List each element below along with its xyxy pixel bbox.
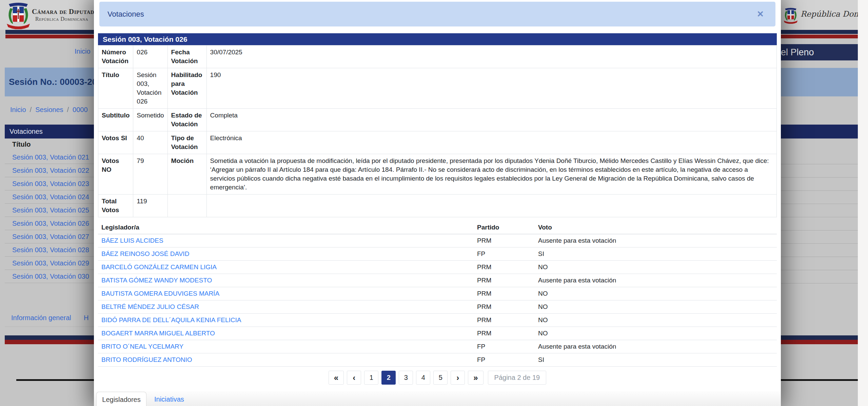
- sidebar-item-label[interactable]: Sesión 003, Votación 028: [12, 246, 89, 254]
- party-value: PRM: [477, 290, 538, 297]
- table-row: BELTRÉ MÉNDEZ JULIO CÉSAR PRM NO: [98, 300, 777, 314]
- legislator-link[interactable]: BARCELÓ GONZÁLEZ CARMEN LIGIA: [101, 263, 477, 271]
- legislator-link[interactable]: BRITO O´NEAL YCELMARY: [101, 343, 477, 350]
- sidebar-item-label[interactable]: Sesión 003, Votación 023: [12, 180, 89, 188]
- legislator-link[interactable]: BOGAERT MARRA MIGUEL ALBERTO: [101, 330, 477, 337]
- legislator-link[interactable]: BATISTA GÓMEZ WANDY MODESTO: [101, 277, 477, 284]
- breadcrumb-session-id[interactable]: 0000: [73, 106, 88, 114]
- sidebar-item-label[interactable]: Sesión 003, Votación 030: [12, 273, 89, 280]
- decor-stripe-navy-right: [781, 30, 858, 34]
- tab-iniciativas[interactable]: Iniciativas: [154, 395, 184, 403]
- table-row-line: [781, 243, 858, 244]
- table-row: BRITO RODRÍGUEZ ANTONIO FP SI: [98, 353, 777, 367]
- table-row: Total Votos 119: [98, 195, 777, 217]
- table-row-line: [781, 204, 858, 204]
- titulo-column-header: Título: [12, 141, 31, 148]
- pagination-page-4[interactable]: 4: [416, 371, 430, 385]
- breadcrumb-sesiones[interactable]: Sesiones: [35, 106, 63, 114]
- legislator-link[interactable]: BÁEZ REINOSO JOSÉ DAVID: [101, 250, 477, 258]
- pagination-status: Página 2 de 19: [488, 371, 547, 385]
- close-icon[interactable]: ✕: [757, 10, 764, 18]
- party-value: PRM: [477, 277, 538, 284]
- brand-subtitle: República Dominicana: [32, 16, 94, 22]
- detail-value-mocion: Sometida a votación la propuesta de modi…: [206, 154, 776, 195]
- sidebar-item-votacion-028[interactable]: Sesión 003, Votación 028: [5, 243, 94, 257]
- sidebar-item-label[interactable]: Sesión 003, Votación 029: [12, 259, 89, 267]
- pagination-prev-button[interactable]: ‹: [347, 371, 361, 385]
- backdrop-right: República Dominicana el Pleno: [781, 0, 858, 406]
- legislators-table: Legislador/a Partido Voto BÁEZ LUIS ALCI…: [98, 222, 777, 367]
- breadcrumb: Inicio / Sesiones / 0000: [10, 106, 94, 114]
- pleno-title-bar: el Pleno: [781, 44, 858, 60]
- breadcrumb-inicio[interactable]: Inicio: [10, 106, 26, 114]
- pleno-title-text: el Pleno: [781, 47, 814, 58]
- footer-stripe-navy: [5, 335, 94, 340]
- pagination-page-2-active[interactable]: 2: [381, 371, 396, 385]
- table-row-line: [781, 230, 858, 230]
- sidebar-item-votacion-025[interactable]: Sesión 003, Votación 025: [5, 204, 94, 217]
- vote-value: Ausente para esta votación: [538, 343, 777, 350]
- sidebar-item-label[interactable]: Sesión 003, Votación 024: [12, 193, 89, 201]
- detail-label: Total Votos: [98, 195, 133, 217]
- table-row: Votos NO 79 Moción Sometida a votación l…: [98, 154, 777, 195]
- legislator-link[interactable]: BIDÓ PARRA DE DELL´AQUILA KENIA FELICIA: [101, 316, 477, 324]
- detail-label: Título: [98, 68, 133, 109]
- votaciones-modal: Votaciones ✕ Sesión 003, Votación 026 Nú…: [94, 0, 781, 406]
- legislator-link[interactable]: BRITO RODRÍGUEZ ANTONIO: [101, 356, 477, 364]
- detail-value: 30/07/2025: [206, 45, 776, 68]
- sidebar-item-votacion-029[interactable]: Sesión 003, Votación 029: [5, 257, 94, 270]
- pagination: « ‹ 1 2 3 4 5 › » Página 2 de 19: [94, 371, 781, 385]
- modal-header: Votaciones ✕: [99, 2, 775, 26]
- table-row: BARCELÓ GONZÁLEZ CARMEN LIGIA PRM NO: [98, 261, 777, 274]
- column-header-legislador: Legislador/a: [101, 224, 477, 231]
- party-value: FP: [477, 343, 538, 350]
- detail-label: [167, 195, 206, 217]
- sidebar-item-votacion-026[interactable]: Sesión 003, Votación 026: [5, 217, 94, 230]
- detail-label: Estado de Votación: [167, 109, 206, 131]
- detail-label: Votos NO: [98, 154, 133, 195]
- session-banner-text: Sesión No.: 00003-2025: [5, 77, 94, 87]
- pagination-next-button[interactable]: ›: [451, 371, 465, 385]
- pagination-last-button[interactable]: »: [468, 371, 483, 385]
- sidebar-item-votacion-024[interactable]: Sesión 003, Votación 024: [5, 190, 94, 204]
- sidebar-item-label[interactable]: Sesión 003, Votación 027: [12, 233, 89, 241]
- sidebar-item-label[interactable]: Sesión 003, Votación 022: [12, 167, 89, 174]
- sidebar-item-label[interactable]: Sesión 003, Votación 021: [12, 153, 89, 161]
- detail-label: Habilitado para Votación: [167, 68, 206, 109]
- sidebar-item-votacion-022[interactable]: Sesión 003, Votación 022: [5, 164, 94, 177]
- coat-of-arms-small-icon: [783, 7, 798, 24]
- detail-value: 119: [133, 195, 167, 217]
- legislator-link[interactable]: BÁEZ LUIS ALCIDES: [101, 237, 477, 244]
- legislator-link[interactable]: BAUTISTA GOMERA EDUVIGES MARÍA: [101, 290, 477, 297]
- detail-label: Tipo de Votación: [167, 131, 206, 154]
- detail-value: Completa: [206, 109, 776, 131]
- table-row: BÁEZ LUIS ALCIDES PRM Ausente para esta …: [98, 234, 777, 247]
- detail-value: Electrónica: [206, 131, 776, 154]
- tab-legisladores[interactable]: Legisladores: [96, 392, 146, 406]
- coat-of-arms-icon: [5, 2, 31, 29]
- footer-link-informacion-general[interactable]: Información general: [11, 314, 71, 322]
- table-row: Número Votación 026 Fecha Votación 30/07…: [98, 45, 777, 68]
- table-row: BIDÓ PARRA DE DELL´AQUILA KENIA FELICIA …: [98, 314, 777, 327]
- pagination-page-5[interactable]: 5: [433, 371, 448, 385]
- session-banner: Sesión No.: 00003-2025: [5, 68, 94, 96]
- pagination-first-button[interactable]: «: [329, 371, 344, 385]
- party-value: PRM: [477, 303, 538, 311]
- party-value: PRM: [477, 237, 538, 244]
- legislator-link[interactable]: BELTRÉ MÉNDEZ JULIO CÉSAR: [101, 303, 477, 311]
- detail-label: Fecha Votación: [167, 45, 206, 68]
- sidebar-item-votacion-021[interactable]: Sesión 003, Votación 021: [5, 151, 94, 164]
- sidebar-item-label[interactable]: Sesión 003, Votación 025: [12, 206, 89, 214]
- modal-title: Votaciones: [99, 10, 144, 19]
- backdrop-left: Cámara de Diputados República Dominicana…: [0, 0, 94, 406]
- sidebar-item-votacion-027[interactable]: Sesión 003, Votación 027: [5, 230, 94, 243]
- vote-value: Ausente para esta votación: [538, 277, 777, 284]
- pagination-page-1[interactable]: 1: [364, 371, 378, 385]
- brand-title: Cámara de Diputados: [32, 7, 94, 16]
- sidebar-item-label[interactable]: Sesión 003, Votación 026: [12, 220, 89, 227]
- footer-link-h[interactable]: H: [84, 314, 88, 322]
- sidebar-item-votacion-030[interactable]: Sesión 003, Votación 030: [5, 270, 94, 283]
- nav-link-inicio[interactable]: Inicio: [75, 48, 91, 55]
- sidebar-item-votacion-023[interactable]: Sesión 003, Votación 023: [5, 177, 94, 190]
- pagination-page-3[interactable]: 3: [399, 371, 413, 385]
